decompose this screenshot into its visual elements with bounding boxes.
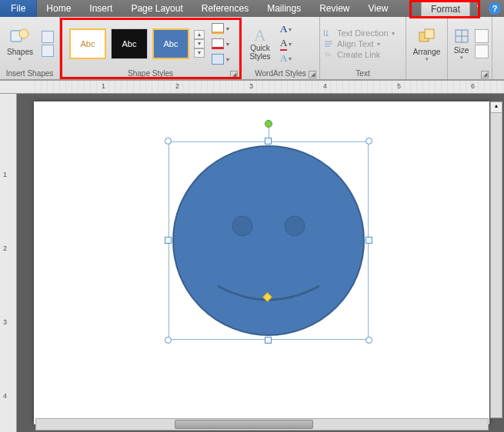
size-launcher[interactable]: ◢ [481,71,489,78]
horizontal-scrollbar[interactable] [35,418,489,430]
shapes-mini-stack [42,31,54,57]
help-icon[interactable]: ? [489,2,501,15]
shape-outline-button[interactable]: ▾ [211,37,237,51]
text-box-button[interactable] [42,45,54,57]
tab-review[interactable]: Review [310,0,359,17]
tab-insert[interactable]: Insert [80,0,122,17]
svg-rect-7 [425,29,434,38]
size-button[interactable]: Size ▾ [451,26,472,62]
tab-view[interactable]: View [359,0,398,17]
shapes-button[interactable]: Shapes ▾ [3,25,37,64]
group-wordart-styles: A Quick Styles A▾ A▾ A▾ WordArt Styles◢ [242,17,320,79]
tab-home[interactable]: Home [37,0,80,17]
vertical-ruler[interactable]: 1 2 3 4 [0,94,17,432]
quick-styles-button[interactable]: A Quick Styles [245,27,275,61]
text-outline-button[interactable]: A▾ [280,37,292,51]
arrange-button[interactable]: Arrange ▾ [410,25,444,64]
document-area: 1 2 3 4 [0,94,504,432]
group-shape-styles: Abc Abc Abc ▴ ▾ ▾ ▾ ▾ ▾ Shape Styles◢ [60,17,242,79]
shape-style-gallery[interactable]: Abc Abc Abc ▴ ▾ ▾ [69,28,205,59]
vertical-scrollbar[interactable]: ▴ [490,101,502,418]
svg-point-11 [285,216,305,236]
shape-style-swatch-3[interactable]: Abc [152,28,189,59]
shape-style-swatch-2[interactable]: Abc [111,28,148,59]
group-size: Size ▾ ◢ [448,17,492,79]
ribbon: Shapes ▾ Insert Shapes Abc Abc Abc ▴ ▾ ▾ [0,17,504,80]
rotate-button[interactable] [475,29,489,43]
text-direction-icon: I [323,28,334,38]
svg-point-10 [232,216,252,236]
gallery-more-button[interactable]: ▾ [194,48,205,58]
resize-handle-ne[interactable] [365,138,372,145]
svg-text:I: I [323,29,325,38]
horizontal-ruler[interactable]: 1 2 3 4 5 6 [0,80,504,94]
text-fill-button[interactable]: A▾ [280,23,292,35]
link-icon [323,50,334,59]
edit-shape-button[interactable] [42,31,54,43]
group-label-shape-styles: Shape Styles◢ [63,69,238,79]
svg-point-1 [19,29,28,38]
tab-mailings[interactable]: Mailings [258,0,310,17]
text-direction-button[interactable]: I Text Direction▾ [323,28,395,38]
arrange-icon [417,26,437,46]
resize-handle-e[interactable] [365,237,372,244]
group-text: I Text Direction▾ Align Text▾ Create Lin… [320,17,406,79]
group-label-insert-shapes: Insert Shapes [3,69,56,79]
gallery-scroll: ▴ ▾ ▾ [194,30,205,58]
size-icon [453,28,470,45]
smiley-shape[interactable] [172,145,365,337]
text-effects-button[interactable]: A▾ [280,52,292,65]
shape-style-swatch-1[interactable]: Abc [69,28,106,59]
resize-handle-w[interactable] [165,237,172,244]
resize-handle-se[interactable] [365,337,372,344]
svg-point-9 [173,146,364,335]
create-link-button[interactable]: Create Link [323,50,395,59]
group-label-text: Text [323,69,402,79]
shape-styles-launcher[interactable]: ◢ [230,71,238,78]
shapes-icon [10,26,30,46]
align-text-button[interactable]: Align Text▾ [323,39,395,48]
group-label-size: ◢ [451,69,489,79]
group-label-wordart: WordArt Styles◢ [245,69,316,79]
quick-styles-icon: A [254,27,266,44]
tab-format[interactable]: Format [421,0,470,17]
rotation-handle[interactable] [265,120,272,128]
tab-references[interactable]: References [192,0,258,17]
shape-fill-stack: ▾ ▾ ▾ [211,22,237,66]
resize-handle-s[interactable] [265,337,272,344]
align-text-icon [323,39,334,48]
gallery-down-button[interactable]: ▾ [194,39,205,48]
wordart-launcher[interactable]: ◢ [309,71,316,78]
document-page[interactable] [34,101,489,424]
resize-handle-nw[interactable] [165,138,172,145]
shapes-label: Shapes [7,48,33,56]
tab-strip: File Home Insert Page Layout References … [0,0,504,17]
crop-button[interactable] [475,45,489,58]
resize-handle-sw[interactable] [165,337,172,344]
group-insert-shapes: Shapes ▾ Insert Shapes [0,17,60,79]
shape-selection[interactable] [169,141,369,340]
resize-handle-n[interactable] [265,138,272,145]
file-tab[interactable]: File [0,0,37,17]
minimize-ribbon-icon[interactable]: ˄ [472,2,484,15]
gallery-up-button[interactable]: ▴ [194,30,205,39]
tab-page-layout[interactable]: Page Layout [122,0,192,17]
shape-fill-button[interactable]: ▾ [211,22,237,35]
shape-effects-button[interactable]: ▾ [211,52,237,66]
scroll-thumb[interactable] [175,420,313,429]
group-arrange: Arrange ▾ [406,17,448,79]
scroll-up-button[interactable]: ▴ [491,102,502,113]
